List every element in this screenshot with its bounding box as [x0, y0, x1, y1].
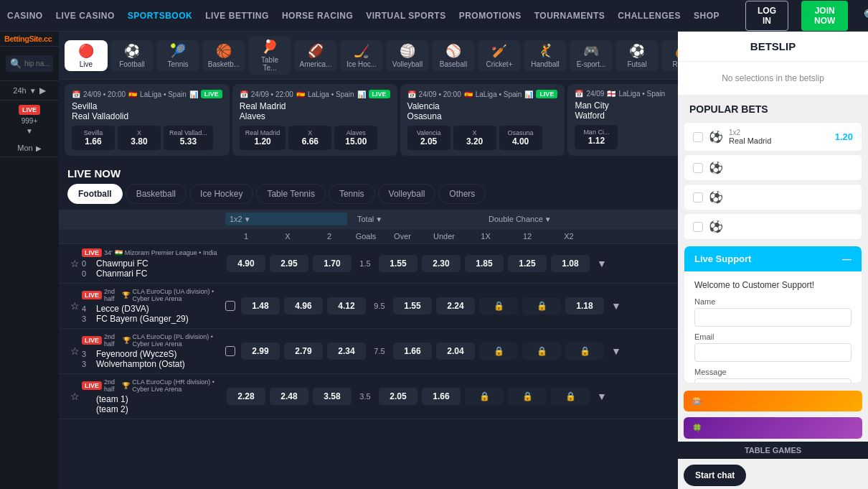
- odd-x-1[interactable]: 4.96: [284, 297, 323, 315]
- popular-bet-checkbox-2[interactable]: [693, 192, 703, 202]
- odd-btn-0-2[interactable]: Real Vallad... 5.33: [164, 126, 213, 150]
- sport-item-live[interactable]: 🔴 Live: [65, 40, 108, 71]
- next-arrow-button[interactable]: ▶: [39, 85, 46, 96]
- date-filter-mon[interactable]: Mon ▶: [0, 139, 59, 157]
- odd-2-2[interactable]: 2.34: [327, 343, 366, 360]
- checkbox-1[interactable]: [225, 301, 235, 311]
- expand-button-2[interactable]: ▼: [607, 344, 626, 358]
- tab-volleyball[interactable]: Volleyball: [378, 184, 436, 204]
- support-name-input[interactable]: [694, 308, 852, 327]
- odd-btn-1-1[interactable]: X 6.66: [288, 126, 331, 150]
- expand-button-0[interactable]: ▼: [593, 256, 611, 271]
- odd-1-0[interactable]: 4.90: [227, 255, 265, 272]
- odd-x-0[interactable]: 2.95: [270, 255, 308, 272]
- sport-item-basketball[interactable]: 🏀 Basketb...: [202, 40, 245, 71]
- favorite-button-0[interactable]: ☆: [67, 256, 82, 271]
- sport-item-handball[interactable]: 🤾 Handball: [524, 40, 567, 71]
- nav-challenges[interactable]: CHALLENGES: [618, 11, 681, 21]
- odd-btn-2-1[interactable]: X 3.20: [453, 126, 496, 150]
- sport-item-america[interactable]: 🏈 America...: [294, 40, 337, 71]
- tab-table-tennis[interactable]: Table Tennis: [256, 184, 326, 204]
- odd-1-2[interactable]: 2.99: [241, 343, 280, 360]
- tab-tennis[interactable]: Tennis: [329, 184, 375, 204]
- odd-2-1[interactable]: 4.12: [327, 297, 366, 315]
- sport-item-ice-hockey[interactable]: 🏒 Ice Hoc...: [340, 40, 383, 71]
- odd-2-0[interactable]: 1.70: [313, 255, 352, 272]
- sport-item-baseball[interactable]: ⚾ Baseball: [432, 40, 475, 71]
- checkbox-2[interactable]: [225, 346, 235, 356]
- soccer-ball-icon-2: ⚽: [709, 190, 723, 204]
- odd-btn-0-0[interactable]: Sevilla 1.66: [72, 126, 115, 150]
- odd-over-3[interactable]: 2.05: [379, 388, 418, 405]
- login-button[interactable]: LOG IN: [745, 1, 788, 31]
- odd-2-3[interactable]: 3.58: [313, 388, 352, 405]
- odd-under-3[interactable]: 1.66: [422, 388, 461, 405]
- odd-btn-1-0[interactable]: Real Madrid 1.20: [240, 126, 286, 150]
- nav-promotions[interactable]: PROMOTIONS: [459, 11, 522, 21]
- popular-bet-checkbox-0[interactable]: [693, 132, 703, 142]
- sidebar-search-box[interactable]: 🔍: [6, 55, 53, 72]
- promo-banner-orange[interactable]: 🎰: [684, 391, 862, 412]
- odd-btn-2-2[interactable]: Osasuna 4.00: [499, 126, 542, 150]
- tab-ice-hockey[interactable]: Ice Hockey: [189, 184, 253, 204]
- sport-item-football[interactable]: ⚽ Football: [110, 40, 154, 71]
- odd-x2-1[interactable]: 1.18: [565, 297, 604, 315]
- odd-12-0[interactable]: 1.25: [508, 255, 547, 272]
- match-teams-3: Man City Watford: [575, 101, 678, 121]
- popular-bet-checkbox-1[interactable]: [693, 163, 703, 173]
- odd-over-2[interactable]: 1.66: [393, 343, 432, 360]
- odd-x-2[interactable]: 2.79: [284, 343, 323, 360]
- nav-virtual-sports[interactable]: VIRTUAL SPORTS: [366, 11, 445, 21]
- favorite-button-3[interactable]: ☆: [67, 389, 82, 404]
- tab-others[interactable]: Others: [438, 184, 486, 204]
- tab-football[interactable]: Football: [67, 184, 123, 204]
- odd-x-3[interactable]: 2.48: [270, 388, 308, 405]
- odd-btn-0-1[interactable]: X 3.80: [118, 126, 161, 150]
- odd-1-1[interactable]: 1.48: [241, 297, 280, 315]
- favorite-button-2[interactable]: ☆: [67, 344, 82, 358]
- sport-item-futsal[interactable]: ⚽ Futsal: [615, 40, 659, 71]
- favorite-button-1[interactable]: ☆: [67, 299, 82, 313]
- odd-under-0[interactable]: 2.30: [422, 255, 461, 272]
- odd-btn-3-0[interactable]: Man Ci... 1.12: [575, 125, 618, 149]
- team2-3: Watford: [575, 111, 678, 121]
- sport-item-cricket-plus[interactable]: 🏏 Cricket+: [478, 40, 521, 71]
- sidebar-live-item[interactable]: LIVE 999+ ▼: [0, 101, 59, 139]
- betslip-section: BETSLIP No selections in the betslip: [678, 32, 868, 95]
- sport-item-tennis[interactable]: 🎾 Tennis: [156, 40, 199, 71]
- nav-shop[interactable]: SHOP: [694, 11, 720, 21]
- odd-btn-1-2[interactable]: Alaves 15.00: [334, 126, 377, 150]
- match-date-1: 24/09 • 22:00: [251, 90, 293, 98]
- start-chat-button[interactable]: Start chat: [684, 465, 746, 486]
- odd-btn-2-0[interactable]: Valencia 2.05: [407, 126, 450, 150]
- odd-1x-0[interactable]: 1.85: [465, 255, 504, 272]
- minimize-icon[interactable]: —: [842, 253, 852, 264]
- nav-casino[interactable]: CASINO: [7, 11, 43, 21]
- sport-item-volleyball[interactable]: 🏐 Volleyball: [386, 40, 429, 71]
- nav-live-betting[interactable]: LIVE BETTING: [205, 11, 269, 21]
- odd-1-3[interactable]: 2.28: [227, 388, 265, 405]
- search-input[interactable]: [24, 60, 53, 67]
- support-email-input[interactable]: [694, 343, 852, 362]
- promo-banner-purple[interactable]: 🍀: [684, 417, 862, 439]
- nav-sportsbook[interactable]: SPORTSBOOK: [128, 11, 192, 21]
- time-filter[interactable]: 24h ▼ ▶: [0, 81, 59, 101]
- join-button[interactable]: JOIN NOW: [801, 1, 848, 31]
- nav-live-casino[interactable]: LIVE CASINO: [56, 11, 115, 21]
- sport-item-esports[interactable]: 🎮 E-sport...: [570, 40, 613, 71]
- odd-over-1[interactable]: 1.55: [393, 297, 432, 315]
- sport-item-rugby[interactable]: 🏉 Rugby: [661, 40, 678, 71]
- sport-item-table-tennis[interactable]: 🏓 Table Te...: [248, 36, 291, 75]
- tab-basketball[interactable]: Basketball: [126, 184, 187, 204]
- nav-tournaments[interactable]: TOURNAMENTS: [534, 11, 605, 21]
- support-message-textarea[interactable]: [694, 378, 852, 383]
- popular-bet-checkbox-3[interactable]: [693, 222, 703, 232]
- odd-x2-0[interactable]: 1.08: [551, 255, 590, 272]
- odd-under-2[interactable]: 2.04: [436, 343, 475, 360]
- odd-under-1[interactable]: 2.24: [436, 297, 475, 315]
- expand-button-3[interactable]: ▼: [593, 389, 611, 404]
- expand-button-1[interactable]: ▼: [607, 299, 626, 313]
- search-icon[interactable]: 🔍: [861, 6, 868, 25]
- nav-horse-racing[interactable]: HORSE RACING: [282, 11, 353, 21]
- odd-over-0[interactable]: 1.55: [379, 255, 418, 272]
